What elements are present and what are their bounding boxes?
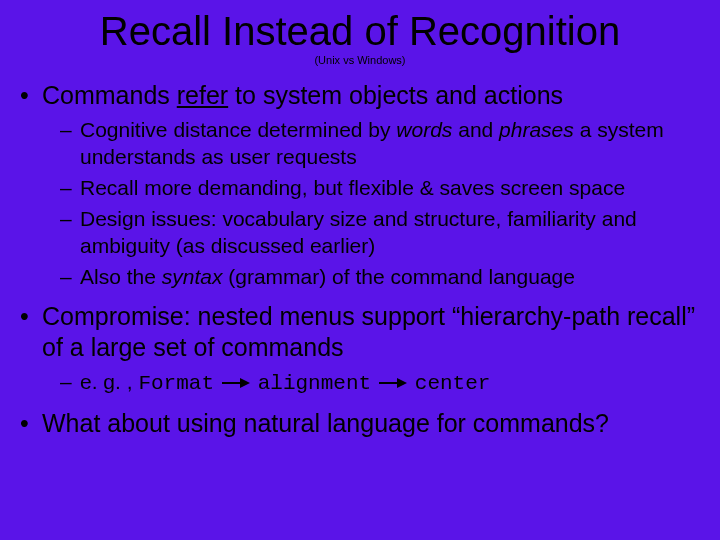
text: (grammar) of the command language — [222, 265, 575, 288]
italic-text: syntax — [162, 265, 223, 288]
bullet-list: Commands refer to system objects and act… — [16, 80, 700, 439]
sub-bullet: Design issues: vocabulary size and struc… — [60, 206, 700, 260]
sub-bullet: Recall more demanding, but flexible & sa… — [60, 175, 700, 202]
bullet-2: Compromise: nested menus support “hierar… — [16, 301, 700, 398]
slide-subtitle: (Unix vs Windows) — [14, 54, 706, 66]
code-text: alignment — [258, 372, 371, 395]
slide-title: Recall Instead of Recognition — [14, 10, 706, 52]
sub-bullet: Cognitive distance determined by words a… — [60, 117, 700, 171]
italic-text: phrases — [499, 118, 574, 141]
bullet-3: What about using natural language for co… — [16, 408, 700, 439]
text: Commands — [42, 81, 177, 109]
underlined-text: refer — [177, 81, 228, 109]
text: e. g. , — [80, 370, 138, 393]
code-text: Format — [138, 372, 214, 395]
sub-bullet: e. g. , Format alignment center — [60, 369, 700, 398]
slide: Recall Instead of Recognition (Unix vs W… — [0, 0, 720, 540]
bullet-1: Commands refer to system objects and act… — [16, 80, 700, 291]
sub-list-1: Cognitive distance determined by words a… — [60, 117, 700, 290]
text: Cognitive distance determined by — [80, 118, 396, 141]
italic-text: words — [396, 118, 452, 141]
arrow-icon — [222, 378, 250, 388]
text: Compromise: nested menus support “hierar… — [42, 302, 695, 361]
code-text: center — [415, 372, 491, 395]
sub-list-2: e. g. , Format alignment center — [60, 369, 700, 398]
text: Also the — [80, 265, 162, 288]
sub-bullet: Also the syntax (grammar) of the command… — [60, 264, 700, 291]
text: to system objects and actions — [228, 81, 563, 109]
arrow-icon — [379, 378, 407, 388]
text: and — [452, 118, 499, 141]
